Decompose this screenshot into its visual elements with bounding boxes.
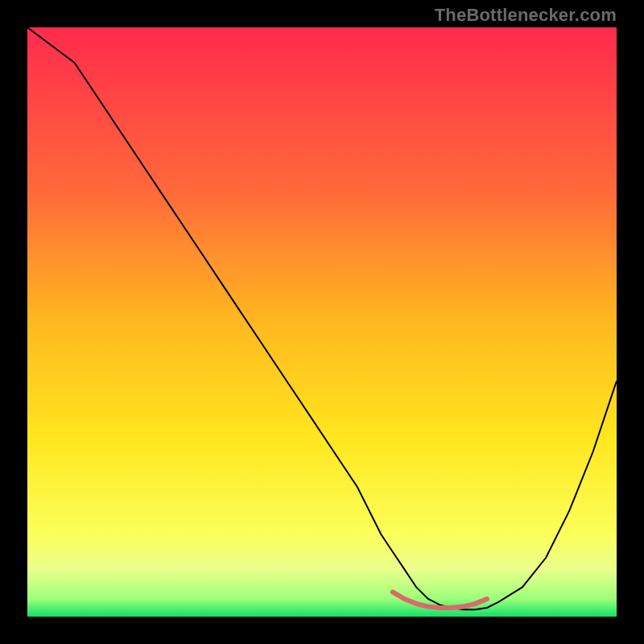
plot-area: [27, 27, 617, 617]
chart-frame: TheBottlenecker.com: [0, 0, 644, 644]
chart-svg: [27, 27, 617, 617]
chart-background: [27, 27, 617, 617]
watermark-text: TheBottlenecker.com: [435, 5, 617, 26]
